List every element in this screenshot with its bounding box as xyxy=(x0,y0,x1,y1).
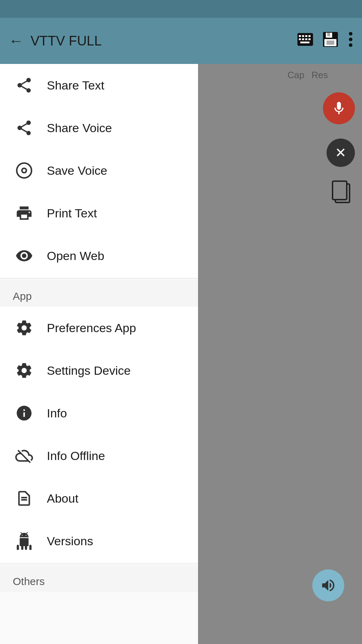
cloud-off-icon xyxy=(13,444,35,467)
status-bar xyxy=(0,0,362,18)
menu-item-print-text[interactable]: Print Text xyxy=(0,192,198,234)
svg-point-15 xyxy=(349,32,352,36)
right-panel: Cap Res ✕ xyxy=(197,64,362,644)
copy-button[interactable] xyxy=(328,178,355,206)
save-icon[interactable] xyxy=(323,32,338,50)
cap-tab[interactable]: Cap xyxy=(287,70,305,81)
open-web-label: Open Web xyxy=(47,249,104,263)
svg-point-22 xyxy=(23,169,26,172)
speaker-button[interactable] xyxy=(312,569,344,601)
app-title: VTTV FULL xyxy=(31,33,290,49)
svg-rect-19 xyxy=(333,181,347,200)
menu-item-info[interactable]: Info xyxy=(0,392,198,434)
menu-item-share-voice[interactable]: Share Voice xyxy=(0,107,198,149)
menu-item-info-offline[interactable]: Info Offline xyxy=(0,434,198,477)
menu-item-about[interactable]: About xyxy=(0,477,198,520)
copy-icon xyxy=(332,180,351,204)
share-text-icon xyxy=(13,74,35,97)
svg-rect-23 xyxy=(21,499,27,500)
section-others-header: Others xyxy=(0,565,198,592)
svg-point-17 xyxy=(349,43,352,47)
drawer-menu: Share Text Share Voice Save Voice xyxy=(0,64,198,644)
svg-rect-2 xyxy=(302,35,304,37)
info-offline-label: Info Offline xyxy=(47,449,105,463)
info-icon xyxy=(13,402,35,424)
print-icon xyxy=(13,202,35,224)
svg-rect-4 xyxy=(308,35,311,37)
svg-point-16 xyxy=(349,38,352,41)
toolbar-actions xyxy=(297,31,353,51)
back-button[interactable]: ← xyxy=(9,32,23,49)
android-icon xyxy=(13,530,35,552)
svg-rect-12 xyxy=(327,33,330,36)
share-voice-label: Share Voice xyxy=(47,121,112,135)
save-voice-icon xyxy=(13,159,35,182)
menu-item-save-voice[interactable]: Save Voice xyxy=(0,149,198,192)
svg-rect-7 xyxy=(305,38,307,40)
versions-label: Versions xyxy=(47,534,93,548)
tab-labels: Cap Res xyxy=(282,64,334,86)
res-tab[interactable]: Res xyxy=(312,70,328,81)
svg-rect-24 xyxy=(21,497,27,498)
preferences-app-label: Preferences App xyxy=(47,321,136,335)
svg-rect-3 xyxy=(305,35,307,37)
settings-device-label: Settings Device xyxy=(47,364,131,378)
svg-rect-1 xyxy=(299,35,301,37)
svg-rect-5 xyxy=(299,38,301,40)
mic-icon xyxy=(331,101,347,116)
more-options-icon[interactable] xyxy=(348,31,353,51)
main-content: Cap Res ✕ xyxy=(0,64,362,644)
preferences-app-icon xyxy=(13,316,35,339)
app-toolbar: ← VTTV FULL xyxy=(0,18,362,64)
info-label: Info xyxy=(47,406,67,420)
divider-2 xyxy=(0,564,198,564)
section-app-header: App xyxy=(0,280,198,307)
close-button[interactable]: ✕ xyxy=(327,139,355,167)
speaker-icon xyxy=(320,577,336,594)
svg-rect-6 xyxy=(302,38,304,40)
mic-button[interactable] xyxy=(323,92,355,124)
menu-item-share-text[interactable]: Share Text xyxy=(0,64,198,107)
about-label: About xyxy=(47,492,78,505)
menu-item-settings-device[interactable]: Settings Device xyxy=(0,349,198,392)
print-text-label: Print Text xyxy=(47,206,97,220)
share-text-label: Share Text xyxy=(47,79,104,92)
divider-1 xyxy=(0,278,198,279)
eye-icon xyxy=(13,244,35,267)
svg-rect-9 xyxy=(300,42,309,43)
keyboard-icon[interactable] xyxy=(297,33,313,49)
settings-device-icon xyxy=(13,359,35,382)
about-icon xyxy=(13,487,35,510)
menu-item-open-web[interactable]: Open Web xyxy=(0,234,198,277)
menu-item-versions[interactable]: Versions xyxy=(0,520,198,562)
svg-rect-14 xyxy=(327,40,334,45)
menu-item-preferences-app[interactable]: Preferences App xyxy=(0,307,198,349)
svg-rect-8 xyxy=(308,38,311,40)
save-voice-label: Save Voice xyxy=(47,164,107,178)
share-voice-icon xyxy=(13,117,35,139)
